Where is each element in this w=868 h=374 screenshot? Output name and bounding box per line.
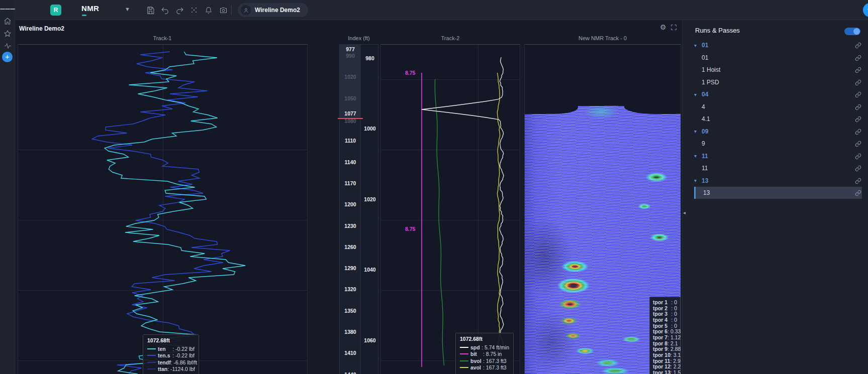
tree-group-01[interactable]: ▾01 — [694, 39, 862, 51]
curve-name: ten.s — [158, 352, 172, 358]
curve-name: tpor 3 — [653, 311, 671, 317]
add-button[interactable]: + — [863, 3, 868, 17]
chevron-down-icon[interactable]: ▾ — [694, 43, 702, 48]
tooltip-row: tpor 2: 0 — [653, 305, 677, 311]
track1-plot[interactable]: 1072.68ft ten: -0.22 lbften.s: -0.22 lbf… — [18, 44, 308, 374]
link-icon[interactable] — [855, 66, 862, 73]
link-icon[interactable] — [855, 140, 862, 147]
curve-name: tpor 5 — [653, 323, 671, 329]
tree-item-01[interactable]: 01 — [694, 52, 862, 64]
curve-swatch — [147, 355, 156, 356]
nmr-tooltip: tpor 1: 0tpor 2: 0tpor 3: 0tpor 4: 0tpor… — [649, 297, 681, 374]
item-label: 4 — [702, 103, 705, 110]
activity-icon[interactable] — [0, 40, 15, 52]
menu-icon[interactable] — [0, 3, 15, 15]
rail-add-button[interactable]: + — [2, 52, 13, 62]
group-label: 09 — [702, 128, 708, 135]
nmr-track-plot[interactable]: tpor 1: 0tpor 2: 0tpor 3: 0tpor 4: 0tpor… — [524, 44, 681, 374]
fullscreen-icon[interactable] — [670, 24, 677, 32]
link-icon[interactable] — [855, 153, 862, 160]
home-icon[interactable] — [0, 15, 15, 27]
curve-value: : 0 — [671, 317, 677, 323]
tree-item-11[interactable]: 11 — [694, 162, 862, 174]
curve-name: tpor 9 — [653, 346, 667, 352]
tree-item-4.1[interactable]: 4.1 — [694, 113, 862, 125]
group-label: 04 — [702, 91, 708, 98]
link-icon[interactable] — [855, 189, 862, 196]
index-tick: 1350 — [340, 308, 361, 314]
item-label: 1 Hoist — [702, 66, 720, 73]
camera-icon[interactable] — [218, 5, 229, 15]
curve-value: : 2.88 — [667, 346, 681, 352]
tooltip-row: avol: 167.3 ft3 — [460, 364, 509, 371]
tree-item-13[interactable]: 13 — [694, 187, 862, 199]
track2-tooltip: 1072.68ft spd: 5.74 ft/minbit: 8.75 inbv… — [455, 333, 514, 374]
bell-icon[interactable] — [203, 5, 214, 15]
index-right-tick: 1060 — [361, 337, 379, 343]
gear-icon[interactable]: ⚙ — [660, 23, 666, 31]
link-icon[interactable] — [855, 91, 862, 98]
title-dropdown-caret[interactable]: ▼ — [125, 6, 130, 12]
chevron-down-icon[interactable]: ▾ — [694, 153, 702, 159]
tooltip-row: ttan: -1124.0 lbf — [147, 366, 195, 373]
link-icon[interactable] — [855, 54, 862, 61]
curve-name: spd — [470, 344, 481, 350]
chevron-down-icon[interactable]: ▾ — [694, 92, 702, 97]
curve-swatch — [460, 353, 468, 354]
track2-plot[interactable]: 8.75 8.75 1072.68ft spd: 5.74 ft/minbit:… — [380, 44, 520, 374]
tree-group-11[interactable]: ▾11 — [694, 150, 862, 162]
track1-curves — [18, 45, 308, 374]
curve-value: : -1124.0 lbf — [167, 366, 195, 372]
curve-name: tpor 7 — [653, 334, 667, 340]
collapse-arrow-icon[interactable]: ◂ — [683, 210, 686, 215]
curve-swatch — [147, 362, 156, 363]
index-tick: 1260 — [340, 244, 361, 250]
undo-icon[interactable] — [159, 5, 170, 15]
curve-name: tpor 8 — [653, 340, 667, 346]
index-tick: 1170 — [340, 180, 361, 186]
redo-icon[interactable] — [174, 5, 185, 15]
tooltip-row: ten.s: -0.22 lbf — [147, 352, 195, 359]
left-nav-rail: + — [0, 0, 15, 374]
nmr-track-title: New NMR Track - 0 — [578, 35, 627, 41]
curve-name: ten — [158, 346, 172, 352]
index-strike-label: 1080 — [340, 118, 361, 124]
link-icon[interactable] — [855, 128, 862, 135]
tooltip-row: tendf: -6.86 lbf/ft — [147, 359, 195, 366]
save-icon[interactable] — [145, 5, 156, 15]
curve-name: tpor 11 — [653, 358, 670, 364]
chevron-down-icon[interactable]: ▾ — [694, 178, 702, 183]
depth-index-track[interactable]: 9779901020105010771080111011401170120012… — [339, 44, 378, 374]
curve-value: : -0.22 lbf — [172, 352, 195, 358]
curve-value: : 2.1 — [667, 340, 678, 346]
link-icon[interactable] — [855, 165, 862, 172]
tree-item-1-psd[interactable]: 1 PSD — [694, 76, 862, 88]
link-icon[interactable] — [855, 103, 862, 110]
tree-group-13[interactable]: ▾13 — [694, 175, 862, 187]
chevron-down-icon[interactable]: ▾ — [694, 129, 702, 134]
sidebar-collapse-strip[interactable]: ◂ — [682, 20, 688, 374]
curve-value: : -6.86 lbf/ft — [171, 359, 198, 365]
link-icon[interactable] — [855, 115, 862, 122]
index-tick: 1380 — [340, 329, 361, 335]
link-icon[interactable] — [855, 42, 862, 49]
workspace-chip[interactable]: Wireline Demo2 — [238, 3, 308, 17]
tree-item-1-hoist[interactable]: 1 Hoist — [694, 64, 862, 76]
tooltip-row: tpor 9: 2.88 — [653, 346, 677, 352]
tree-item-9[interactable]: 9 — [694, 138, 862, 150]
tree-group-09[interactable]: ▾09 — [694, 126, 862, 138]
log-curve — [497, 73, 500, 365]
spark-icon[interactable] — [188, 5, 200, 15]
tooltip-row: bvol: 167.3 ft3 — [460, 357, 509, 364]
runs-passes-toggle[interactable] — [844, 28, 860, 35]
tooltip-row: tpor 5: 0 — [653, 323, 677, 329]
curve-value: : 5.74 ft/min — [481, 344, 509, 350]
star-icon[interactable] — [0, 28, 15, 40]
link-icon[interactable] — [855, 177, 862, 184]
top-bar: R NMR ▼ Wireline Demo2 + — [15, 0, 868, 20]
toolbar-separator — [231, 5, 232, 15]
tree-item-4[interactable]: 4 — [694, 101, 862, 113]
link-icon[interactable] — [855, 79, 862, 86]
index-right-tick: 1020 — [361, 196, 379, 202]
tree-group-04[interactable]: ▾04 — [694, 88, 862, 100]
